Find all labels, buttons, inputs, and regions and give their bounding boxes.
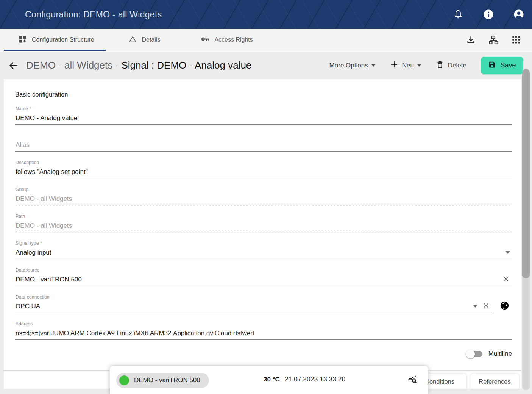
account-icon[interactable] xyxy=(513,9,524,20)
signal-type-label: Signal type * xyxy=(16,241,42,246)
save-floppy-icon xyxy=(488,61,496,70)
more-options-label: More Options xyxy=(329,62,368,69)
section-title: Basic configuration xyxy=(15,91,512,98)
query-stats-icon[interactable] xyxy=(407,374,418,385)
path-field: Path DEMO - all Widgets xyxy=(15,214,512,232)
save-label: Save xyxy=(500,61,516,69)
datasource-field[interactable]: Datasource DEMO - variTRON 500 xyxy=(15,267,512,286)
conditions-label: Conditions xyxy=(425,378,454,385)
neu-button[interactable]: Neu xyxy=(390,60,421,71)
alias-field[interactable]: Alias xyxy=(15,133,512,152)
data-connection-value: OPC UA xyxy=(16,303,40,310)
breadcrumb-current: Signal : DEMO - Analog value xyxy=(121,59,251,71)
name-label: Name * xyxy=(16,106,31,111)
description-value: follows "Analog set point" xyxy=(16,168,88,176)
dashboard-customize-icon xyxy=(18,35,27,45)
references-button[interactable]: References xyxy=(470,374,519,389)
download-icon[interactable] xyxy=(465,34,476,45)
multiline-toggle[interactable] xyxy=(467,351,482,357)
apps-grid-icon[interactable] xyxy=(511,34,521,45)
app-topbar: Configuration: DEMO - all Widgets xyxy=(0,0,532,29)
tab-configuration-structure[interactable]: Configuration Structure xyxy=(4,29,106,51)
account-tree-icon[interactable] xyxy=(488,34,499,45)
form-card: Basic configuration Name * DEMO - Analog… xyxy=(4,79,521,389)
description-label: Description xyxy=(16,160,39,165)
caret-down-icon xyxy=(417,64,421,67)
more-options-button[interactable]: More Options xyxy=(329,62,375,69)
datasource-label: Datasource xyxy=(16,267,39,273)
data-connection-select[interactable]: Data connection OPC UA xyxy=(15,294,492,313)
name-field[interactable]: Name * DEMO - Analog value xyxy=(15,106,512,125)
globe-icon[interactable] xyxy=(499,300,510,311)
dropdown-arrow-icon[interactable] xyxy=(505,251,510,254)
device-name: DEMO - variTRON 500 xyxy=(134,377,200,384)
device-status-bar: DEMO - variTRON 500 30 °C 21.07.2023 13:… xyxy=(110,366,428,394)
app-title: Configuration: DEMO - all Widgets xyxy=(25,9,162,20)
tab-label: Details xyxy=(142,36,161,43)
page-header: DEMO - all Widgets - Signal : DEMO - Ana… xyxy=(0,52,532,79)
info-icon[interactable] xyxy=(483,9,494,20)
plus-icon xyxy=(390,60,399,71)
device-chip[interactable]: DEMO - variTRON 500 xyxy=(116,373,209,388)
path-label: Path xyxy=(16,214,25,219)
key-icon xyxy=(200,34,209,45)
back-arrow-icon[interactable] xyxy=(8,59,20,72)
timestamp: 21.07.2023 13:33:20 xyxy=(285,375,346,383)
clear-icon[interactable] xyxy=(482,302,490,310)
address-label: Address xyxy=(16,321,33,327)
alias-placeholder: Alias xyxy=(16,141,30,149)
breadcrumb: DEMO - all Widgets - Signal : DEMO - Ana… xyxy=(26,59,251,71)
warning-triangle-icon xyxy=(128,35,137,45)
address-value: ns=4;s=|var|JUMO ARM Cortex A9 Linux iMX… xyxy=(16,330,254,337)
group-field: Group DEMO - all Widgets xyxy=(15,187,512,205)
save-button[interactable]: Save xyxy=(481,57,523,74)
dropdown-arrow-icon[interactable] xyxy=(473,305,477,308)
data-connection-label: Data connection xyxy=(16,294,50,300)
name-value: DEMO - Analog value xyxy=(16,114,77,122)
delete-button[interactable]: Delete xyxy=(435,60,466,71)
group-value: DEMO - all Widgets xyxy=(16,195,72,203)
tab-label: Access Rights xyxy=(214,36,253,43)
tab-bar: Configuration Structure Details Access xyxy=(0,29,532,52)
caret-down-icon xyxy=(371,64,375,67)
trash-icon xyxy=(435,60,445,71)
temperature-value: 30 °C xyxy=(264,376,280,383)
tab-details[interactable]: Details xyxy=(111,29,178,51)
group-label: Group xyxy=(16,187,28,192)
clear-icon[interactable] xyxy=(502,275,510,283)
tab-access-rights[interactable]: Access Rights xyxy=(183,29,270,51)
description-field[interactable]: Description follows "Analog set point" xyxy=(15,160,512,178)
breadcrumb-parent: DEMO - all Widgets - xyxy=(26,59,121,71)
address-field[interactable]: Address ns=4;s=|var|JUMO ARM Cortex A9 L… xyxy=(15,321,512,340)
neu-label: Neu xyxy=(402,62,414,69)
toggle-knob xyxy=(466,350,475,358)
path-value: DEMO - all Widgets xyxy=(16,222,72,230)
signal-type-value: Analog input xyxy=(16,249,51,256)
status-dot xyxy=(119,375,129,385)
references-label: References xyxy=(479,378,510,385)
datasource-value: DEMO - variTRON 500 xyxy=(16,276,82,283)
signal-type-select[interactable]: Signal type * Analog input xyxy=(15,241,512,259)
multiline-label: Multiline xyxy=(488,350,512,358)
scrollbar-thumb[interactable] xyxy=(522,69,530,278)
delete-label: Delete xyxy=(448,62,466,69)
tab-label: Configuration Structure xyxy=(32,36,94,43)
notifications-bell-icon[interactable] xyxy=(452,9,464,20)
scrollbar-track[interactable] xyxy=(522,68,530,390)
live-reading: 30 °C 21.07.2023 13:33:20 xyxy=(264,375,345,383)
